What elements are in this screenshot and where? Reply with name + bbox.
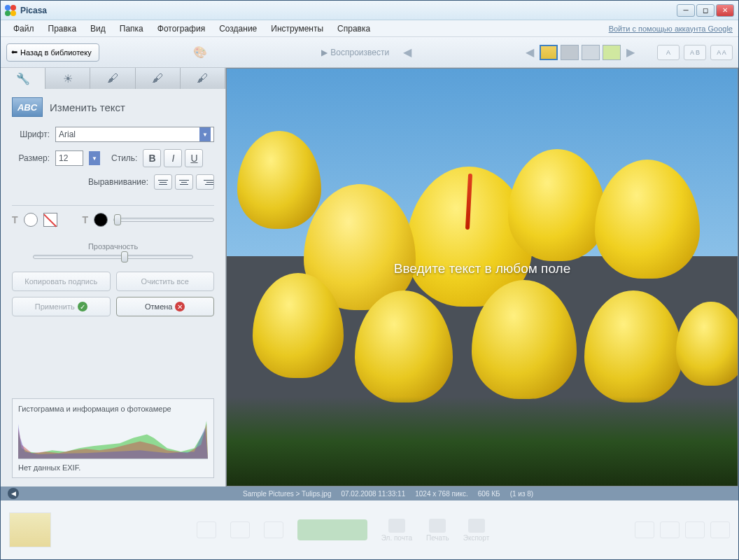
no-fill-button[interactable] bbox=[43, 213, 57, 227]
outline-color-swatch[interactable] bbox=[94, 213, 108, 227]
edit-tabs: 🔧 ☀ 🖌 🖌 🖌 bbox=[1, 68, 225, 89]
histogram-chart bbox=[18, 417, 208, 459]
fill-color-swatch[interactable] bbox=[24, 213, 38, 227]
align-center-button[interactable] bbox=[175, 174, 193, 190]
size-dropdown-icon[interactable]: ▼ bbox=[89, 151, 100, 165]
cancel-label: Отмена bbox=[145, 302, 172, 311]
export-icon bbox=[468, 519, 485, 533]
star-button[interactable] bbox=[197, 522, 216, 538]
menu-create[interactable]: Создание bbox=[212, 22, 264, 36]
thumb-3[interactable] bbox=[582, 45, 600, 60]
info-button[interactable] bbox=[710, 522, 730, 538]
tab-effects3[interactable]: 🖌 bbox=[181, 68, 225, 89]
menu-view[interactable]: Вид bbox=[83, 22, 113, 36]
menu-edit[interactable]: Правка bbox=[41, 22, 84, 36]
rotate-right-button[interactable] bbox=[264, 522, 283, 538]
panel-header: ABC Изменить текст bbox=[12, 97, 214, 117]
menu-tools[interactable]: Инструменты bbox=[264, 22, 330, 36]
play-button[interactable]: ▶ Воспроизвести bbox=[316, 45, 395, 60]
italic-button[interactable]: I bbox=[164, 149, 182, 167]
zoom-actual-button[interactable]: A A bbox=[710, 45, 733, 60]
back-to-library-button[interactable]: ⬅ Назад в библиотеку bbox=[6, 43, 99, 62]
menu-folder[interactable]: Папка bbox=[113, 22, 150, 36]
back-arrow-icon: ⬅ bbox=[11, 48, 17, 57]
login-link[interactable]: Войти с помощью аккаунта Google bbox=[609, 24, 733, 33]
font-value: Arial bbox=[59, 130, 76, 139]
align-row: Выравнивание: bbox=[12, 174, 214, 190]
dropdown-arrow-icon: ▼ bbox=[199, 127, 211, 141]
font-select[interactable]: Arial ▼ bbox=[55, 127, 214, 142]
image-viewer[interactable]: Введите текст в любом поле bbox=[226, 68, 738, 486]
email-icon bbox=[388, 519, 405, 533]
close-button[interactable]: ✕ bbox=[716, 4, 734, 17]
cancel-button[interactable]: Отмена ✕ bbox=[116, 297, 215, 316]
thumb-4[interactable] bbox=[603, 45, 621, 60]
apply-cancel-row: Применить ✓ Отмена ✕ bbox=[12, 297, 214, 316]
underline-button[interactable]: U bbox=[185, 149, 203, 167]
rotate-left-button[interactable] bbox=[230, 522, 250, 538]
apply-button[interactable]: Применить ✓ bbox=[12, 297, 111, 316]
text-tool-icon: ABC bbox=[12, 97, 43, 117]
status-size: 606 КБ bbox=[478, 490, 500, 498]
style-buttons: B I U bbox=[143, 149, 203, 167]
bottom-bar: Эл. почта Печать Экспорт bbox=[1, 500, 738, 559]
color-tool-icon[interactable]: 🎨 bbox=[193, 46, 221, 59]
menu-help[interactable]: Справка bbox=[330, 22, 377, 36]
menubar: Файл Правка Вид Папка Фотография Создани… bbox=[1, 20, 738, 37]
bold-button[interactable]: B bbox=[143, 149, 161, 167]
histogram-box: Гистограмма и информация о фотокамере Не… bbox=[12, 398, 214, 478]
tab-effects2[interactable]: 🖌 bbox=[136, 68, 181, 89]
collapse-sidebar-button[interactable]: ◀ bbox=[8, 488, 19, 499]
opacity-slider[interactable] bbox=[33, 255, 193, 259]
edit-sidebar: 🔧 ☀ 🖌 🖌 🖌 ABC Изменить текст Шрифт: Aria… bbox=[1, 68, 226, 486]
prev-set-button[interactable]: ◀ bbox=[400, 46, 414, 59]
size-label: Размер: bbox=[12, 153, 50, 163]
tag-button[interactable] bbox=[635, 522, 654, 538]
menu-photo[interactable]: Фотография bbox=[150, 22, 212, 36]
status-count: (1 из 8) bbox=[510, 490, 534, 498]
toolbar: ⬅ Назад в библиотеку 🎨 ▶ Воспроизвести ◀… bbox=[1, 37, 738, 68]
people-button[interactable] bbox=[685, 522, 705, 538]
prev-thumb-button[interactable]: ◀ bbox=[523, 46, 537, 59]
align-left-button[interactable] bbox=[154, 174, 172, 190]
tab-tuning[interactable]: ☀ bbox=[45, 68, 90, 89]
tab-basic[interactable]: 🔧 bbox=[1, 68, 45, 89]
play-icon: ▶ bbox=[321, 48, 328, 57]
opacity-section: Прозрачность bbox=[12, 242, 214, 259]
thumb-1[interactable] bbox=[540, 45, 558, 60]
export-action[interactable]: Экспорт bbox=[463, 519, 490, 542]
font-label: Шрифт: bbox=[12, 130, 50, 139]
status-path: Sample Pictures > Tulips.jpg bbox=[243, 490, 331, 498]
thumb-2[interactable] bbox=[561, 45, 579, 60]
apply-label: Применить bbox=[35, 302, 75, 311]
copy-clear-row: Копировать подпись Очистить все bbox=[12, 272, 214, 291]
zoom-compare-button[interactable]: A B bbox=[684, 45, 706, 60]
align-right-button[interactable] bbox=[196, 174, 214, 190]
geo-button[interactable] bbox=[660, 522, 680, 538]
menu-file[interactable]: Файл bbox=[6, 22, 41, 36]
next-thumb-button[interactable]: ▶ bbox=[624, 46, 638, 59]
clear-all-button[interactable]: Очистить все bbox=[116, 272, 215, 291]
thumbnail-strip: ◀ ▶ bbox=[523, 45, 638, 60]
zoom-buttons: A A B A A bbox=[657, 45, 733, 60]
histogram-title: Гистограмма и информация о фотокамере bbox=[18, 405, 208, 413]
print-icon bbox=[429, 519, 446, 533]
style-label: Стиль: bbox=[111, 153, 137, 163]
print-action[interactable]: Печать bbox=[426, 519, 449, 542]
minimize-button[interactable]: ─ bbox=[677, 4, 695, 17]
zoom-fit-button[interactable]: A bbox=[657, 45, 680, 60]
size-input[interactable]: 12 bbox=[55, 150, 83, 166]
tray-thumb[interactable] bbox=[9, 512, 51, 547]
copy-caption-button[interactable]: Копировать подпись bbox=[12, 272, 111, 291]
outline-width-slider[interactable] bbox=[113, 218, 214, 222]
text-edit-panel: ABC Изменить текст Шрифт: Arial ▼ Размер… bbox=[1, 89, 225, 486]
tab-effects1[interactable]: 🖌 bbox=[90, 68, 135, 89]
x-icon: ✕ bbox=[175, 302, 185, 312]
titlebar: Picasa ─ ◻ ✕ bbox=[1, 1, 738, 20]
email-action[interactable]: Эл. почта bbox=[381, 519, 412, 542]
content-area: 🔧 ☀ 🖌 🖌 🖌 ABC Изменить текст Шрифт: Aria… bbox=[1, 68, 738, 486]
maximize-button[interactable]: ◻ bbox=[696, 4, 715, 17]
text-placeholder[interactable]: Введите текст в любом поле bbox=[394, 261, 570, 276]
size-style-row: Размер: 12 ▼ Стиль: B I U bbox=[12, 149, 214, 167]
share-button[interactable] bbox=[297, 519, 367, 540]
